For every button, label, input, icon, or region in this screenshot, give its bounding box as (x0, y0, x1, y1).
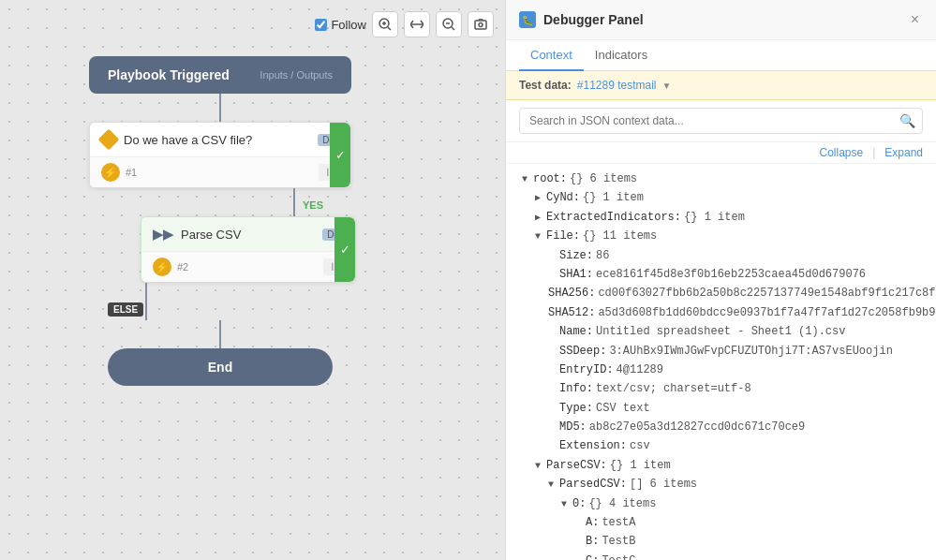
parse-lightning-icon: ⚡ (153, 258, 171, 276)
connector-1 (219, 94, 221, 122)
dropdown-arrow-icon[interactable]: ▼ (662, 81, 672, 91)
tree-value: CSV text (596, 399, 650, 418)
else-badge: ELSE (108, 302, 143, 316)
condition-footer: ⚡ #1 ⏸ (90, 156, 350, 187)
tree-row: SSDeep: 3:AUhBx9IWmJGwFvpCFUZUTOhji7T:AS… (519, 342, 923, 361)
close-button[interactable]: × (907, 9, 923, 30)
tree-value: text/csv; charset=utf-8 (596, 379, 751, 398)
tree-key: B: (586, 532, 599, 551)
search-input[interactable] (519, 108, 923, 134)
node-end[interactable]: End (108, 348, 333, 386)
tree-value: Untitled spreadsheet - Sheet1 (1).csv (596, 322, 845, 341)
svg-point-9 (479, 23, 483, 27)
tree-value: {} 1 item (583, 188, 644, 207)
follow-toggle[interactable] (315, 19, 327, 31)
test-data-label: Test data: (519, 79, 572, 92)
tree-row[interactable]: ▶ExtractedIndicators: {} 1 item (519, 208, 923, 227)
lightning-icon: ⚡ (101, 163, 120, 182)
tree-row[interactable]: ▼ParseCSV: {} 1 item (519, 456, 923, 475)
tree-row: A: testA (519, 513, 923, 532)
tree-key: Name: (559, 322, 593, 341)
node-condition[interactable]: Do we have a CSV file? D4 ✓ ⚡ #1 ⏸ (89, 122, 351, 188)
panel-title: Debugger Panel (543, 12, 899, 27)
parse-header: ▶▶ Parse CSV D4 ✓ (141, 217, 355, 251)
parse-num: #2 (177, 261, 188, 273)
node-playbook-triggered[interactable]: Playbook Triggered Inputs / Outputs (89, 56, 351, 94)
json-tree: ▼root: {} 6 items▶CyNd: {} 1 item▶Extrac… (506, 164, 936, 560)
tree-row[interactable]: ▼File: {} 11 items (519, 227, 923, 245)
connector-end (219, 320, 221, 348)
tree-value: TestB (602, 532, 635, 551)
tree-row: MD5: ab8c27e05a3d12827ccd0dc671c70ce9 (519, 418, 923, 436)
tab-indicators[interactable]: Indicators (584, 40, 659, 71)
collapse-button[interactable]: Collapse (819, 146, 863, 159)
zoom-out-button[interactable] (436, 11, 462, 37)
svg-line-7 (452, 27, 454, 30)
flow-canvas: Follow (0, 0, 505, 560)
tree-key: C: (586, 552, 599, 560)
tree-arrow-icon: ▶ (532, 210, 543, 226)
tree-value: cd00f63027fbb6b2a50b8c2257137749e1548abf… (598, 284, 936, 302)
parse-footer: ⚡ #2 ⏸ (141, 251, 355, 282)
tree-row: SHA1: ece8161f45d8e3f0b16eb2253caea45d0d… (519, 265, 923, 284)
tree-key: EntryID: (559, 361, 614, 379)
tree-row[interactable]: ▼0: {} 4 items (519, 494, 923, 513)
condition-diamond-icon (98, 129, 120, 151)
tree-value: TestC (602, 552, 635, 560)
panel-tabs: Context Indicators (506, 40, 936, 71)
test-data-bar: Test data: #11289 testmail ▼ (506, 71, 936, 100)
tree-key: 0: (572, 494, 586, 513)
parse-title: Parse CSV (181, 228, 315, 242)
parse-arrow-icon: ▶▶ (153, 227, 173, 242)
tree-value: ece8161f45d8e3f0b16eb2253caea45d0d679076 (596, 265, 866, 284)
parse-check-icon: ✓ (334, 217, 355, 282)
tree-row: C: TestC (519, 552, 923, 560)
tree-arrow-icon: ▼ (558, 496, 570, 512)
screenshot-button[interactable] (468, 11, 494, 37)
tree-key: MD5: (559, 418, 587, 436)
tree-value: {} 11 items (583, 227, 657, 245)
expand-button[interactable]: Expand (884, 146, 923, 159)
tree-arrow-icon: ▼ (532, 228, 543, 244)
condition-header: Do we have a CSV file? D4 ✓ (90, 123, 350, 156)
tree-row[interactable]: ▶CyNd: {} 1 item (519, 188, 923, 207)
tree-row: Type: CSV text (519, 399, 923, 418)
tree-key: File: (546, 227, 580, 245)
tree-row: Info: text/csv; charset=utf-8 (519, 379, 923, 398)
follow-label: Follow (331, 18, 366, 32)
tree-key: root: (533, 169, 567, 188)
svg-line-3 (388, 27, 391, 30)
zoom-fit-button[interactable] (404, 11, 430, 37)
tree-row: EntryID: 4@11289 (519, 361, 923, 379)
tree-key: Info: (559, 379, 593, 398)
tree-row: Size: 86 (519, 246, 923, 265)
condition-num: #1 (126, 167, 137, 178)
tree-key: SHA512: (548, 303, 595, 322)
tree-row[interactable]: ▼root: {} 6 items (519, 169, 923, 188)
tree-key: CyNd: (546, 188, 580, 207)
follow-checkbox[interactable]: Follow (315, 18, 366, 32)
tree-row: B: TestB (519, 532, 923, 551)
tree-value: ab8c27e05a3d12827ccd0dc671c70ce9 (589, 418, 805, 436)
tree-key: ParsedCSV: (559, 475, 627, 494)
svg-rect-8 (475, 21, 486, 29)
tab-context[interactable]: Context (519, 40, 584, 71)
node-parse-csv[interactable]: ▶▶ Parse CSV D4 ✓ ⚡ #2 ⏸ (141, 216, 356, 283)
zoom-in-button[interactable] (372, 11, 398, 37)
collapse-expand-bar: Collapse | Expand (506, 142, 936, 164)
yes-label: YES (303, 199, 323, 211)
tree-key: Size: (559, 246, 593, 265)
tree-value: {} 1 item (684, 208, 745, 227)
tree-value: csv (630, 436, 650, 455)
tree-key: SSDeep: (559, 342, 606, 361)
tree-row: SHA512: a5d3d608fb1dd60bdcc9e0937b1f7a47… (519, 303, 923, 322)
playbook-node-subtitle: Inputs / Outputs (260, 69, 333, 81)
playbook-node-title: Playbook Triggered (108, 67, 230, 82)
search-bar: 🔍 (506, 100, 936, 142)
tree-row: Name: Untitled spreadsheet - Sheet1 (1).… (519, 322, 923, 341)
tree-row[interactable]: ▼ParsedCSV: [] 6 items (519, 475, 923, 494)
tree-value: {} 1 item (610, 456, 671, 475)
tree-value: 86 (596, 246, 609, 265)
debugger-icon: 🐛 (519, 11, 536, 28)
test-data-link[interactable]: #11289 testmail (577, 79, 657, 92)
